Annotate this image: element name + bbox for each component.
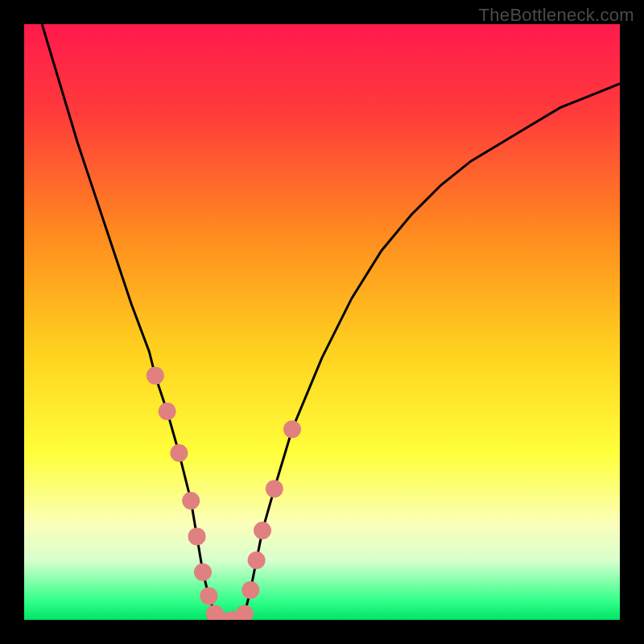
data-marker (159, 402, 176, 420)
data-marker (248, 551, 266, 569)
data-marker (200, 587, 217, 605)
data-marker (182, 492, 200, 510)
data-marker (242, 581, 259, 599)
data-marker (188, 527, 206, 545)
app-frame: TheBottleneck.com (0, 0, 644, 644)
gradient-background (24, 24, 620, 620)
bottleneck-chart (24, 24, 620, 620)
watermark-text: TheBottleneck.com (479, 5, 634, 26)
plot-area (24, 24, 620, 620)
data-marker (170, 444, 188, 462)
data-marker (194, 564, 212, 581)
data-marker (283, 420, 301, 438)
data-marker (266, 480, 283, 497)
data-marker (254, 522, 271, 539)
data-marker (147, 367, 164, 385)
